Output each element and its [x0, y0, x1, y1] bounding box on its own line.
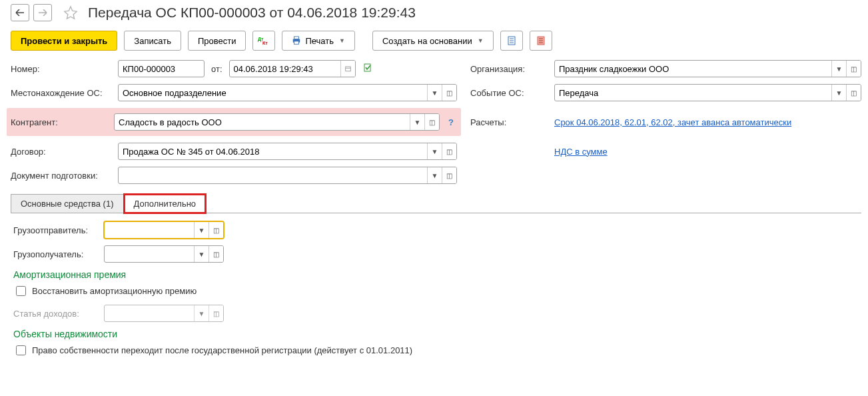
open-button[interactable]: ◫ — [209, 305, 223, 321]
location-field[interactable]: ▼ ◫ — [118, 84, 457, 101]
dropdown-button[interactable]: ▼ — [831, 85, 846, 101]
arrow-right-icon — [38, 9, 47, 16]
page-title: Передача ОС КП00-000003 от 04.06.2018 19… — [88, 5, 416, 21]
chevron-down-icon: ▼ — [339, 37, 345, 44]
income-label: Статья доходов: — [13, 309, 100, 319]
prepdoc-label: Документ подготовки: — [11, 171, 114, 181]
open-button[interactable]: ◫ — [209, 246, 223, 262]
section-amortization: Амортизационная премия — [13, 269, 859, 280]
org-label: Организация: — [470, 64, 550, 74]
open-button[interactable]: ◫ — [424, 114, 439, 130]
ownership-label: Право собственности переходит после госу… — [32, 345, 412, 355]
list-icon — [536, 36, 546, 45]
dropdown-button[interactable]: ▼ — [194, 305, 209, 321]
receiver-label: Грузополучатель: — [13, 249, 100, 259]
list-button[interactable] — [530, 31, 552, 51]
calendar-icon — [345, 65, 351, 73]
dropdown-button[interactable]: ▼ — [427, 143, 442, 159]
restore-amort-checkbox[interactable] — [16, 286, 26, 296]
post-button[interactable]: Провести — [188, 31, 246, 51]
prepdoc-field[interactable]: ▼ ◫ — [118, 167, 457, 184]
save-button[interactable]: Записать — [124, 31, 181, 51]
section-realty: Объекты недвижимости — [13, 329, 859, 339]
tab-fixed-assets[interactable]: Основные средства (1) — [11, 194, 124, 213]
svg-rect-2 — [294, 37, 299, 39]
favorite-star-icon[interactable] — [63, 5, 79, 21]
open-button[interactable]: ◫ — [442, 85, 456, 101]
event-label: Событие ОС: — [470, 88, 550, 98]
receiver-field[interactable]: ▼ ◫ — [104, 245, 224, 263]
form-grid: Номер: от: Организация: ▼ ◫ Местонахожде… — [11, 60, 861, 184]
number-field[interactable] — [118, 60, 205, 77]
contract-field[interactable]: ▼ ◫ — [118, 143, 457, 160]
dropdown-button[interactable]: ▼ — [194, 222, 209, 238]
sender-field[interactable]: ▼ ◫ — [104, 221, 224, 239]
number-label: Номер: — [11, 64, 114, 74]
report-button[interactable] — [500, 31, 523, 51]
location-label: Местонахождение ОС: — [11, 88, 114, 98]
print-button[interactable]: Печать ▼ — [282, 31, 355, 51]
dropdown-button[interactable]: ▼ — [410, 114, 424, 130]
org-field[interactable]: ▼ ◫ — [554, 60, 861, 77]
income-field[interactable]: ▼ ◫ — [104, 305, 224, 322]
from-label: от: — [211, 64, 222, 74]
open-button[interactable]: ◫ — [209, 222, 223, 238]
settlements-label: Расчеты: — [470, 117, 550, 127]
nav-forward-button[interactable] — [33, 4, 52, 21]
document-icon — [507, 36, 516, 45]
toolbar: Провести и закрыть Записать Провести ДтК… — [11, 28, 861, 60]
printer-icon — [292, 36, 301, 45]
open-button[interactable]: ◫ — [846, 85, 861, 101]
dropdown-button[interactable]: ▼ — [427, 167, 442, 183]
ownership-checkbox[interactable] — [16, 345, 26, 355]
create-based-button[interactable]: Создать на основании ▼ — [372, 31, 494, 51]
arrow-left-icon — [15, 9, 25, 16]
tab-content-additional: Грузоотправитель: ▼ ◫ Грузополучатель: ▼… — [11, 213, 861, 372]
tab-strip: Основные средства (1) Дополнительно — [11, 193, 861, 213]
header-bar: Передача ОС КП00-000003 от 04.06.2018 19… — [11, 0, 861, 28]
restore-amort-label: Восстановить амортизационную премию — [32, 286, 197, 296]
svg-rect-4 — [294, 41, 299, 44]
nav-back-button[interactable] — [11, 4, 29, 21]
vat-link[interactable]: НДС в сумме — [554, 147, 608, 157]
status-flag-icon[interactable] — [364, 63, 373, 75]
tab-additional[interactable]: Дополнительно — [124, 194, 207, 213]
counterparty-field[interactable]: ▼ ◫ — [114, 113, 440, 131]
chevron-down-icon: ▼ — [478, 37, 484, 44]
help-icon[interactable]: ? — [445, 116, 457, 128]
calendar-button[interactable] — [340, 61, 355, 77]
dt-kt-button[interactable]: ДтКт — [252, 31, 275, 51]
settlements-link[interactable]: Срок 04.06.2018, 62.01, 62.02, зачет ава… — [554, 117, 791, 127]
svg-rect-15 — [364, 64, 370, 71]
open-button[interactable]: ◫ — [442, 167, 456, 183]
dropdown-button[interactable]: ▼ — [194, 246, 209, 262]
sender-label: Грузоотправитель: — [13, 225, 100, 235]
svg-text:Кт: Кт — [262, 41, 268, 45]
post-and-close-button[interactable]: Провести и закрыть — [11, 31, 117, 51]
dropdown-button[interactable]: ▼ — [831, 61, 846, 77]
counterparty-label: Контрагент: — [11, 117, 110, 127]
contract-label: Договор: — [11, 147, 114, 157]
dropdown-button[interactable]: ▼ — [427, 85, 442, 101]
open-button[interactable]: ◫ — [846, 61, 861, 77]
dt-kt-icon: ДтКт — [258, 36, 270, 45]
svg-rect-13 — [345, 67, 350, 71]
open-button[interactable]: ◫ — [442, 143, 456, 159]
event-field[interactable]: ▼ ◫ — [554, 84, 861, 101]
date-field[interactable] — [229, 60, 356, 77]
